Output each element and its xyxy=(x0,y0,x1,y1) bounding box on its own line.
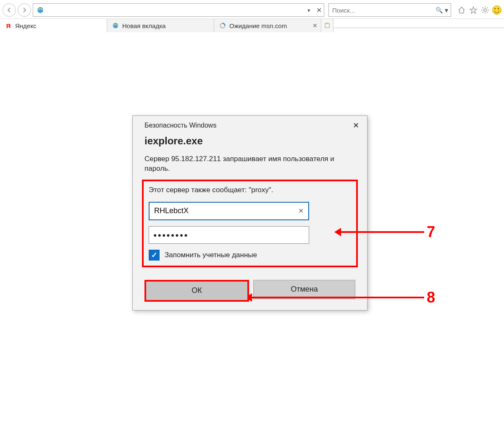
clear-input-icon[interactable]: ✕ xyxy=(297,207,304,215)
svg-line-13 xyxy=(487,8,488,8)
annotation-8: 8 xyxy=(251,289,435,306)
stop-button[interactable]: ✕ xyxy=(314,6,324,14)
remember-label: Запомнить учетные данные xyxy=(165,251,257,259)
tab-label: Новая вкладка xyxy=(122,22,165,29)
gear-icon[interactable] xyxy=(480,5,490,15)
password-mask: ●●●●●●●● xyxy=(153,232,189,238)
search-input[interactable] xyxy=(329,7,433,14)
back-button[interactable] xyxy=(3,3,16,17)
svg-line-12 xyxy=(483,12,483,13)
tab-yandex[interactable]: Я Яндекс xyxy=(0,19,107,32)
browser-chrome: ▾ ✕ 🔍 ▾ Я Яндекс Новая вкладка xyxy=(0,0,504,28)
dialog-message: Сервер 95.182.127.211 запрашивает имя по… xyxy=(144,154,355,174)
ie-icon xyxy=(36,5,45,15)
search-bar[interactable]: 🔍 ▾ xyxy=(328,3,451,17)
close-icon[interactable]: ✕ xyxy=(350,120,361,131)
tab-label: Яндекс xyxy=(15,22,36,29)
address-bar[interactable]: ▾ ✕ xyxy=(33,3,324,17)
username-field[interactable]: ✕ xyxy=(149,202,309,220)
credentials-highlight: Этот сервер также сообщает: "proxy". ✕ ●… xyxy=(142,180,358,267)
ok-button[interactable]: ОК xyxy=(144,280,249,302)
svg-line-10 xyxy=(483,8,483,8)
yandex-icon: Я xyxy=(5,22,12,29)
credentials-dialog: Безопасность Windows ✕ iexplore.exe Серв… xyxy=(132,115,368,311)
loading-icon xyxy=(219,22,226,29)
annotation-number: 8 xyxy=(427,289,435,306)
home-icon[interactable] xyxy=(457,5,466,15)
forward-button[interactable] xyxy=(18,3,31,17)
tab-msn[interactable]: Ожидание msn.com ✕ xyxy=(214,19,321,32)
feedback-icon[interactable] xyxy=(492,5,501,15)
ie-icon xyxy=(112,22,119,29)
chevron-down-icon[interactable]: ▾ xyxy=(304,7,314,13)
password-field[interactable]: ●●●●●●●● xyxy=(149,226,309,244)
chevron-down-icon[interactable]: ▾ xyxy=(445,6,451,14)
new-tab-button[interactable] xyxy=(321,19,333,32)
ok-label: ОК xyxy=(192,286,202,295)
username-input[interactable] xyxy=(153,206,297,216)
svg-rect-16 xyxy=(325,23,329,28)
favorites-icon[interactable] xyxy=(469,5,478,15)
tab-new[interactable]: Новая вкладка xyxy=(107,19,214,32)
close-tab-icon[interactable]: ✕ xyxy=(312,22,318,29)
dialog-realm: Этот сервер также сообщает: "proxy". xyxy=(149,185,351,195)
svg-point-5 xyxy=(484,9,486,11)
remember-checkbox[interactable]: ✓ xyxy=(149,250,160,261)
annotation-7: 7 xyxy=(340,223,435,241)
svg-line-11 xyxy=(487,12,488,13)
tab-label: Ожидание msn.com xyxy=(229,22,287,29)
dialog-title: Безопасность Windows xyxy=(144,122,216,129)
svg-rect-17 xyxy=(326,23,328,24)
dialog-app-name: iexplore.exe xyxy=(144,135,355,147)
search-icon[interactable]: 🔍 xyxy=(433,7,445,13)
annotation-number: 7 xyxy=(427,223,435,241)
